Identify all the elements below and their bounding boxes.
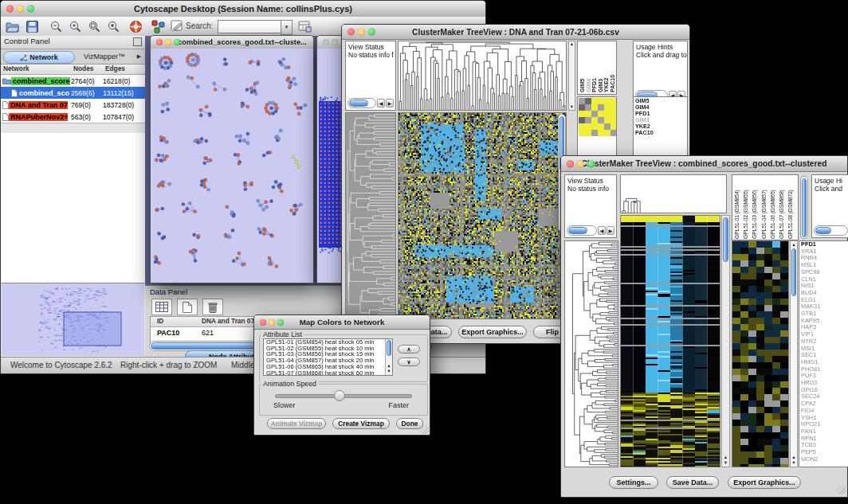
scroll-down-icon[interactable]: ▼ bbox=[569, 104, 575, 110]
attribute-table-icon[interactable] bbox=[151, 299, 172, 315]
network-2-canvas[interactable] bbox=[317, 49, 344, 283]
attribute-list-item[interactable]: GPL51-07 (GSM868) heat shock 60 min bbox=[264, 370, 392, 376]
treeview2-save-data-button[interactable]: Save Data... bbox=[666, 476, 719, 489]
minimize-icon[interactable] bbox=[577, 160, 584, 167]
zoom-window-icon[interactable] bbox=[277, 319, 284, 326]
done-button[interactable]: Done bbox=[396, 418, 423, 429]
treeview2-status-scrollbar[interactable]: ◀▶ bbox=[567, 225, 614, 236]
zoom-in-icon[interactable] bbox=[66, 18, 84, 34]
scroll-up-icon[interactable]: ▲ bbox=[386, 363, 392, 369]
help-lifering-icon[interactable] bbox=[127, 18, 144, 34]
attribute-list-scrollbar[interactable]: ▲ ▼ bbox=[385, 339, 392, 375]
close-icon[interactable] bbox=[323, 39, 329, 45]
minimize-icon[interactable] bbox=[165, 39, 171, 45]
network-list-row[interactable]: RNAPuberNov2+563(0)107847(0) bbox=[1, 111, 145, 123]
treeview2-hints-scrollbar[interactable] bbox=[814, 225, 848, 236]
network-list-row[interactable]: combined_scores2764(0)16218(0) bbox=[1, 75, 145, 87]
main-title-bar[interactable]: Cytoscape Desktop (Session Name: collins… bbox=[1, 1, 485, 18]
treeview2-column-dendrogram[interactable] bbox=[620, 174, 727, 213]
treeview2-title-bar[interactable]: ClusterMaker TreeView : combined_scores_… bbox=[561, 156, 847, 172]
scroll-down-icon[interactable]: ▼ bbox=[722, 460, 729, 466]
network-overview-panel[interactable] bbox=[2, 283, 144, 357]
scroll-up-icon[interactable]: ▲ bbox=[791, 242, 797, 248]
dialog-title-bar[interactable]: Map Colors to Network bbox=[254, 315, 430, 330]
zoom-window-icon[interactable] bbox=[368, 29, 375, 36]
minimize-icon[interactable] bbox=[358, 29, 365, 36]
scroll-right-icon[interactable]: ▶ bbox=[386, 99, 394, 107]
minimize-icon[interactable] bbox=[269, 319, 275, 326]
gene-list-item[interactable]: MON2 bbox=[799, 456, 848, 463]
zoom-window-icon[interactable] bbox=[587, 160, 595, 167]
minimize-icon[interactable] bbox=[332, 39, 338, 45]
treeview1-column-dendrogram[interactable] bbox=[398, 41, 567, 111]
scroll-up-icon[interactable]: ▲ bbox=[722, 455, 729, 460]
float-panel-icon[interactable] bbox=[133, 37, 142, 46]
scroll-down-icon[interactable]: ▼ bbox=[791, 460, 797, 466]
scroll-up-icon[interactable]: ▲ bbox=[569, 41, 575, 47]
treeview2-settings-button[interactable]: Settings... bbox=[609, 476, 658, 489]
treeview2-heatmap[interactable] bbox=[620, 215, 720, 467]
annotation-icon[interactable] bbox=[168, 18, 186, 34]
resize-grip[interactable] bbox=[837, 486, 846, 494]
col-nodes[interactable]: Nodes bbox=[73, 64, 105, 74]
network-canvas[interactable] bbox=[151, 49, 313, 283]
treeview2-zoom-heatmap[interactable] bbox=[732, 240, 789, 467]
delete-attribute-icon[interactable] bbox=[202, 299, 223, 315]
move-attribute-down-button[interactable]: ∨ bbox=[398, 357, 420, 366]
treeview1-row-dendrogram[interactable] bbox=[345, 112, 396, 319]
zoom-window-icon[interactable] bbox=[174, 39, 180, 45]
animation-speed-slider-thumb[interactable] bbox=[334, 390, 345, 401]
attribute-list[interactable]: GPL51-01 (GSM854) heat shock 05 minGPL51… bbox=[263, 338, 393, 376]
treeview2-labels-scrollbar[interactable] bbox=[800, 176, 808, 239]
treeview2-export-graphics-button[interactable]: Export Graphics... bbox=[728, 476, 801, 489]
correlation-matrix[interactable] bbox=[579, 98, 617, 136]
scroll-left-icon[interactable]: ◀ bbox=[377, 99, 385, 107]
network-view-2-title-bar[interactable] bbox=[317, 36, 344, 49]
treeview2-row-dendrogram[interactable] bbox=[564, 240, 618, 467]
network-list-row[interactable]: combined_sco2569(6)13112(15) bbox=[1, 87, 145, 99]
network-list-row[interactable]: DNA and Tran 07769(0)183728(0) bbox=[1, 99, 145, 111]
col-edges[interactable]: Edges bbox=[105, 64, 125, 74]
zoom-window-icon[interactable] bbox=[27, 6, 34, 13]
save-icon[interactable] bbox=[23, 18, 41, 34]
close-icon[interactable] bbox=[6, 6, 14, 13]
window-controls[interactable] bbox=[6, 6, 34, 13]
animate-vizmap-button[interactable]: Animate Vizmap bbox=[267, 418, 326, 429]
scroll-left-icon[interactable]: ◀ bbox=[598, 226, 606, 235]
network-view-title-bar[interactable]: combined_scores_good.txt--cluste... bbox=[151, 36, 313, 49]
resize-grip[interactable] bbox=[420, 425, 429, 434]
network-table-header[interactable]: Network Nodes Edges bbox=[1, 64, 145, 75]
new-attribute-icon[interactable] bbox=[177, 299, 198, 315]
tab-network[interactable]: Network bbox=[3, 51, 75, 64]
scroll-up-icon[interactable]: ▲ bbox=[791, 455, 797, 460]
col-network[interactable]: Network bbox=[1, 64, 73, 74]
treeview2-heatmap-vscrollbar[interactable]: ▲ ▼ bbox=[721, 215, 730, 467]
create-vizmap-button[interactable]: Create Vizmap bbox=[332, 418, 390, 429]
treeview2-gene-list[interactable]: PFD1YRA1RNR4MSL1SPC98CLN1NIS1BUD4ELG1MAK… bbox=[799, 240, 848, 467]
attr-col-id[interactable]: ID bbox=[151, 317, 202, 326]
tab-vizmapper[interactable]: VizMapper™ bbox=[77, 51, 132, 62]
treeview1-export-graphics-button[interactable]: Export Graphics... bbox=[458, 326, 527, 338]
vizmapper-icon[interactable] bbox=[149, 18, 167, 34]
treeview2-genes-scrollbar[interactable]: ▲ ▲ ▼ bbox=[790, 240, 798, 467]
scroll-down-icon[interactable]: ▼ bbox=[386, 369, 392, 374]
treeview1-col-scrollbar[interactable]: ▲ ▼ bbox=[568, 41, 575, 111]
open-file-icon[interactable] bbox=[4, 18, 22, 34]
minimize-icon[interactable] bbox=[17, 6, 24, 13]
scroll-right-icon[interactable]: ▶ bbox=[607, 226, 614, 235]
close-icon[interactable] bbox=[567, 160, 574, 167]
move-attribute-up-button[interactable]: ∧ bbox=[398, 345, 420, 354]
zoom-selected-icon[interactable] bbox=[104, 18, 122, 34]
treeview1-title-bar[interactable]: ClusterMaker TreeView : DNA and Tran 07-… bbox=[342, 25, 689, 40]
treeview1-status-scrollbar[interactable]: ◀▶ bbox=[347, 98, 394, 108]
tab-overflow-icon[interactable]: ▶ bbox=[135, 52, 143, 61]
close-icon[interactable] bbox=[260, 319, 266, 326]
close-icon[interactable] bbox=[156, 39, 163, 45]
search-input[interactable] bbox=[218, 20, 281, 33]
index-card-icon[interactable] bbox=[296, 18, 313, 34]
search-dropdown-icon[interactable]: ▼ bbox=[281, 20, 292, 35]
zoom-out-icon[interactable] bbox=[47, 18, 65, 34]
zoom-fit-icon[interactable] bbox=[85, 18, 103, 34]
close-icon[interactable] bbox=[347, 29, 355, 36]
treeview1-heatmap[interactable] bbox=[398, 112, 567, 319]
